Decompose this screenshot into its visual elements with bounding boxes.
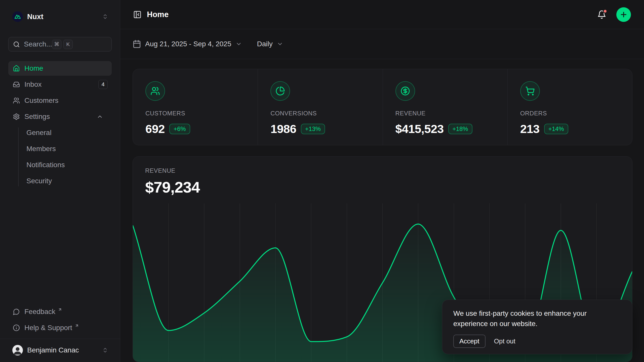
- sidebar-item-notifications[interactable]: Notifications: [8, 158, 112, 172]
- stat-customers[interactable]: CUSTOMERS 692 +6%: [133, 69, 258, 145]
- sidebar-item-security[interactable]: Security: [8, 174, 112, 188]
- sidebar-item-settings[interactable]: Settings: [8, 109, 112, 124]
- plus-icon: [620, 11, 628, 19]
- chevron-down-icon: [277, 41, 283, 47]
- revenue-label: REVENUE: [145, 167, 632, 174]
- toolbar: Aug 21, 2025 - Sep 4, 2025 Daily: [120, 29, 644, 59]
- stats-card: CUSTOMERS 692 +6% CONVERSIONS 1986 +13%: [133, 69, 632, 145]
- house-icon: [13, 65, 20, 72]
- sidebar-item-customers[interactable]: Customers: [8, 93, 112, 108]
- feedback-label: Feedback: [24, 308, 55, 316]
- stat-value: 213: [520, 122, 540, 136]
- sidebar-item-home[interactable]: Home: [8, 61, 112, 76]
- unread-notification-dot: [603, 9, 607, 13]
- dollar-circle-icon: [400, 86, 410, 96]
- calendar-icon: [133, 40, 141, 48]
- stat-label: REVENUE: [395, 110, 495, 117]
- header-actions: [596, 7, 631, 22]
- accept-button[interactable]: Accept: [453, 335, 486, 348]
- panel-left-close-icon: [133, 10, 142, 19]
- help-support-link[interactable]: Help & Support: [8, 321, 112, 335]
- page-title: Home: [147, 10, 169, 19]
- sidebar-item-label: Inbox: [24, 80, 42, 88]
- new-item-button[interactable]: [616, 7, 631, 22]
- granularity-select[interactable]: Daily: [257, 40, 283, 48]
- revenue-chart-header: REVENUE $79,234: [133, 157, 632, 203]
- avatar: [12, 345, 23, 355]
- stat-icon-circle: [270, 81, 290, 101]
- sidebar-item-general[interactable]: General: [8, 125, 112, 140]
- feedback-link[interactable]: Feedback: [8, 304, 112, 319]
- sidebar-item-label: Customers: [24, 97, 58, 105]
- chat-bubble-icon: [13, 308, 20, 315]
- sidebar-item-label: Home: [24, 64, 43, 72]
- chevron-down-icon: [235, 41, 242, 47]
- stat-revenue[interactable]: REVENUE $415,523 +18%: [383, 69, 507, 145]
- inbox-icon: [13, 81, 20, 88]
- sidebar-footer: Feedback Help & Support Benjamin Canac: [0, 304, 120, 362]
- settings-submenu: General Members Notifications Security: [8, 125, 112, 188]
- search-icon: [13, 41, 20, 48]
- stat-delta-badge: +6%: [169, 124, 190, 134]
- stat-orders[interactable]: ORDERS 213 +14%: [507, 69, 632, 145]
- chevrons-up-down-icon: [102, 14, 108, 20]
- stat-label: CUSTOMERS: [145, 110, 245, 117]
- stat-value: $415,523: [395, 122, 444, 136]
- help-support-label: Help & Support: [24, 324, 72, 332]
- shopping-cart-icon: [525, 86, 535, 96]
- sidebar-item-inbox[interactable]: Inbox 4: [8, 77, 112, 92]
- top-header: Home: [120, 0, 644, 29]
- stat-conversions[interactable]: CONVERSIONS 1986 +13%: [258, 69, 382, 145]
- stat-delta-badge: +18%: [448, 124, 472, 134]
- revenue-value: $79,234: [145, 178, 632, 196]
- kbd-k: K: [63, 40, 73, 49]
- workspace-switcher-button[interactable]: Nuxt: [8, 10, 112, 24]
- nuxt-logo-icon: [12, 11, 23, 22]
- users-icon: [150, 86, 160, 96]
- external-link-icon: [75, 324, 79, 328]
- inbox-count-badge: 4: [98, 80, 108, 89]
- sub-item-label: Members: [26, 145, 56, 153]
- stat-icon-circle: [520, 81, 540, 101]
- date-range-label: Aug 21, 2025 - Sep 4, 2025: [145, 40, 231, 48]
- stat-delta-badge: +13%: [301, 124, 325, 134]
- divider: [0, 339, 120, 339]
- stat-icon-circle: [395, 81, 415, 101]
- chevrons-up-down-icon: [102, 347, 108, 353]
- sidebar-item-members[interactable]: Members: [8, 142, 112, 156]
- external-link-icon: [58, 307, 62, 312]
- sub-item-label: Notifications: [26, 161, 65, 169]
- stat-value: 692: [145, 122, 165, 136]
- users-icon: [13, 97, 20, 104]
- stat-icon-circle: [145, 81, 165, 101]
- sidebar-nav: Home Inbox 4 Customers Settings General …: [8, 61, 112, 188]
- sidebar: Nuxt Search... ⌘ K Home Inbox 4 Customer…: [0, 0, 120, 362]
- info-icon: [13, 324, 20, 331]
- stat-delta-badge: +14%: [544, 124, 568, 134]
- sidebar-item-label: Settings: [24, 113, 50, 121]
- cookie-message: We use first-party cookies to enhance yo…: [453, 308, 621, 329]
- cookie-actions: Accept Opt out: [453, 335, 621, 348]
- search-input[interactable]: Search... ⌘ K: [8, 37, 112, 52]
- granularity-label: Daily: [257, 40, 273, 48]
- user-menu-button[interactable]: Benjamin Canac: [8, 341, 112, 359]
- pie-chart-icon: [275, 86, 285, 96]
- sub-item-label: Security: [26, 177, 52, 185]
- opt-out-button[interactable]: Opt out: [494, 337, 515, 345]
- stat-label: CONVERSIONS: [270, 110, 370, 117]
- stat-label: ORDERS: [520, 110, 620, 117]
- notifications-button[interactable]: [596, 9, 608, 21]
- gear-icon: [13, 113, 20, 120]
- sub-item-label: General: [26, 129, 52, 137]
- cookie-banner: We use first-party cookies to enhance yo…: [442, 300, 632, 354]
- date-range-picker[interactable]: Aug 21, 2025 - Sep 4, 2025: [133, 40, 242, 48]
- kbd-cmd: ⌘: [52, 40, 61, 49]
- stat-value: 1986: [270, 122, 296, 136]
- search-placeholder: Search...: [24, 40, 52, 48]
- chevron-up-icon: [97, 113, 103, 120]
- sidebar-collapse-button[interactable]: [131, 9, 143, 21]
- user-name: Benjamin Canac: [27, 346, 79, 354]
- workspace-name: Nuxt: [27, 13, 43, 21]
